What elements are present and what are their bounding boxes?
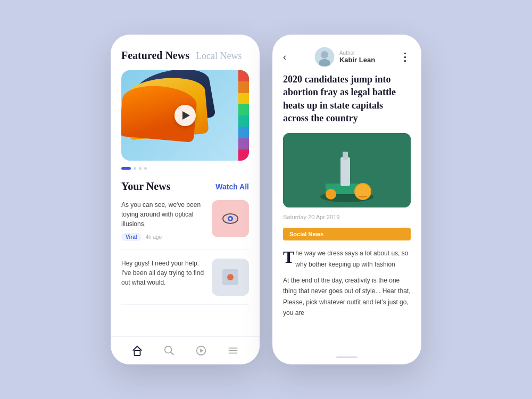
news-item-1-tags: Viral 4h ago — [121, 233, 205, 241]
author-label: Author — [339, 50, 375, 56]
nav-play[interactable] — [195, 344, 207, 357]
play-icon — [182, 111, 190, 120]
dot-1[interactable] — [134, 167, 136, 170]
news-item-1-time: 4h ago — [146, 234, 162, 240]
svg-point-14 — [321, 51, 328, 59]
featured-image[interactable] — [121, 70, 249, 161]
article-content: 2020 candidates jump into abortion fray … — [272, 73, 421, 352]
article-header: ‹ Author Kabir Lean ⋮ — [272, 35, 421, 73]
drop-cap-text: he way we dress says a lot about us, so … — [295, 250, 408, 268]
svg-point-6 — [165, 346, 172, 353]
left-phone: Featured News Local News — [111, 35, 260, 364]
svg-rect-5 — [135, 351, 140, 355]
news-item-2-desc: Hey guys! I need your help. I've been al… — [121, 259, 205, 287]
thumb-eye-bg — [212, 200, 249, 237]
play-nav-icon — [195, 345, 207, 356]
back-button[interactable]: ‹ — [283, 52, 286, 63]
nav-menu[interactable] — [227, 344, 239, 357]
news-thumb-2 — [212, 259, 249, 296]
search-icon — [163, 345, 175, 356]
thumb-gray-bg — [212, 259, 249, 296]
dot-active[interactable] — [121, 167, 131, 170]
drop-cap-letter: T — [283, 250, 294, 264]
your-news-title: Your News — [121, 180, 170, 193]
news-item-2-text: Hey guys! I need your help. I've been al… — [121, 259, 212, 292]
regular-paragraph: At the end of the day, creativity is the… — [283, 275, 411, 319]
author-text: Author Kabir Lean — [339, 50, 375, 64]
nav-home[interactable] — [131, 344, 144, 357]
drop-cap-paragraph: The way we dress says a lot about us, so… — [283, 248, 411, 270]
svg-point-4 — [227, 274, 234, 280]
featured-tabs: Featured News Local News — [121, 49, 249, 62]
bottom-nav — [111, 336, 260, 364]
svg-point-23 — [326, 189, 336, 200]
dot-icon — [222, 269, 238, 285]
svg-line-7 — [171, 352, 173, 355]
news-thumb-1 — [212, 200, 249, 237]
news-item-1-desc: As you can see, we've been toying around… — [121, 200, 205, 229]
news-item-2[interactable]: Hey guys! I need your help. I've been al… — [121, 259, 249, 305]
play-button[interactable] — [174, 105, 196, 126]
viral-tag[interactable]: Viral — [121, 233, 142, 241]
article-date: Saturday 20 Apr 2019 — [283, 214, 411, 220]
social-news-banner: Social News — [283, 228, 411, 240]
news-item-1[interactable]: As you can see, we've been toying around… — [121, 200, 249, 250]
author-info: Author Kabir Lean — [315, 47, 375, 66]
author-name: Kabir Lean — [339, 56, 375, 64]
author-avatar — [315, 47, 334, 66]
svg-point-2 — [229, 218, 231, 220]
article-illustration — [283, 133, 411, 207]
svg-rect-20 — [343, 152, 348, 160]
eye-icon — [221, 209, 240, 228]
your-news-header: Your News Watch All — [121, 180, 249, 193]
carousel-dots — [121, 167, 249, 170]
svg-marker-9 — [200, 348, 203, 352]
tab-featured[interactable]: Featured News — [121, 49, 189, 62]
right-phone: ‹ Author Kabir Lean ⋮ 2020 candidates ju… — [272, 35, 421, 364]
article-title: 2020 candidates jump into abortion fray … — [283, 73, 411, 124]
menu-icon — [227, 345, 239, 356]
watch-all-button[interactable]: Watch All — [215, 182, 249, 191]
tab-local[interactable]: Local News — [196, 51, 242, 62]
article-image — [283, 133, 411, 207]
dot-2[interactable] — [139, 167, 142, 170]
nav-search[interactable] — [163, 344, 176, 357]
color-strips — [238, 70, 249, 161]
more-button[interactable]: ⋮ — [400, 51, 411, 63]
news-item-1-text: As you can see, we've been toying around… — [121, 200, 212, 241]
dot-3[interactable] — [144, 167, 147, 170]
home-icon — [131, 345, 143, 356]
scroll-indicator — [272, 352, 421, 364]
scroll-thumb — [336, 356, 358, 358]
svg-rect-19 — [340, 157, 350, 186]
